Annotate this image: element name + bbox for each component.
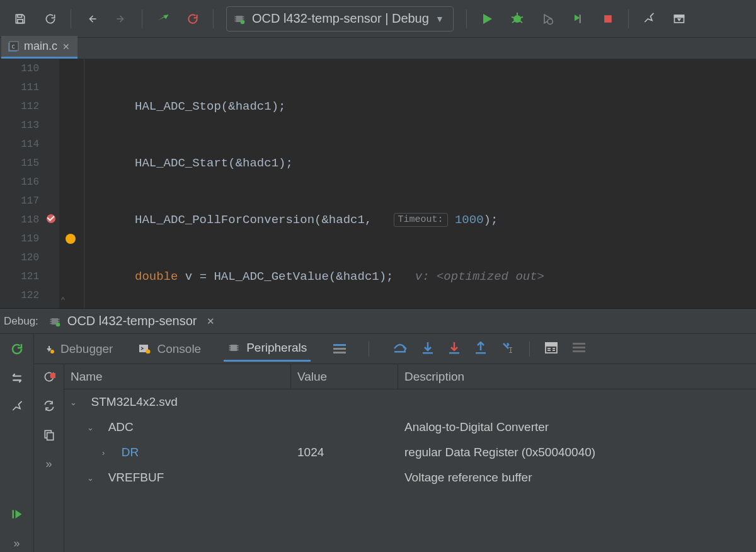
continue-button[interactable] [8,505,26,523]
nav-forward-button[interactable] [109,6,134,32]
inline-value: v: <optimized out> [415,270,544,284]
token: HAL_ADC_Start [135,156,228,170]
svg-line-15 [520,21,522,23]
table-row[interactable]: › DR 1024 regular Data Register (0x50040… [64,440,756,465]
tab-peripherals[interactable]: Peripherals [224,336,311,362]
svg-line-13 [520,17,523,18]
run-config-selector[interactable]: OCD l432-temp-sensor | Debug ▼ [226,6,454,32]
fold-gutter[interactable]: ⌃ [59,59,84,308]
debug-session-tab[interactable]: OCD l432-temp-sensor ✕ [49,314,215,328]
table-row[interactable]: ⌄ STM32L4x2.svd [64,389,756,415]
cell: 1024 [291,446,398,459]
svg-point-16 [547,19,553,24]
line-number: 122 [0,286,39,305]
toolbar-separator [142,9,142,28]
chip-icon [233,13,246,25]
evaluate-button[interactable] [545,342,558,356]
token: 1000 [455,213,484,227]
tab-debugger[interactable]: Debugger [42,337,117,361]
frames-button[interactable] [8,369,26,387]
chevron-down-icon: ▼ [435,14,444,24]
step-over-button[interactable] [393,342,407,356]
reload-cmake-button[interactable] [180,6,205,32]
svg-point-32 [55,322,60,326]
breakpoint-icon[interactable] [47,214,55,223]
line-number: 117 [0,192,39,210]
debug-button[interactable] [505,6,530,32]
close-icon[interactable]: ✕ [62,42,70,52]
settings-button[interactable] [8,398,26,416]
line-number: 115 [0,154,39,173]
step-into-button[interactable] [422,342,433,357]
col-name: Name [64,364,291,389]
debug-label: Debug: [4,315,38,328]
profile-button[interactable] [565,6,590,32]
chevron-down-icon[interactable]: ⌄ [86,473,94,483]
token: HAL_ADC_GetValue [214,270,328,284]
line-number: 110 [0,59,39,78]
token: double [135,270,178,284]
run-button[interactable] [474,6,500,32]
svg-rect-46 [333,352,346,354]
svg-text:c: c [11,43,15,50]
table-row[interactable]: ⌄ VREFBUF Voltage reference buffer [64,465,756,490]
fold-end-icon[interactable]: ⌃ [60,296,66,306]
svg-rect-45 [333,348,346,350]
layout-button[interactable] [667,6,692,32]
token: HAL_ADC_Stop [135,100,221,113]
toolbar-separator [466,9,467,28]
code-editor[interactable]: 110 111 112 113 114 115 116 117 118 119 … [0,59,756,309]
param-hint: Timeout: [394,213,448,227]
editor-tab-main-c[interactable]: c main.c ✕ [1,36,77,59]
chevron-down-icon[interactable]: ⌄ [69,398,77,407]
cell: VREFBUF [108,471,164,485]
cell: STM32L4x2.svd [91,395,178,409]
run-to-cursor-button[interactable]: I [501,342,514,357]
chevron-down-icon[interactable]: ⌄ [86,423,94,432]
svg-rect-37 [231,345,237,351]
memory-view-button[interactable] [573,343,585,355]
svg-rect-62 [47,433,53,440]
cell: Voltage reference buffer [398,471,756,485]
svg-marker-21 [678,19,680,21]
resume-button[interactable] [8,340,26,358]
more-icon[interactable]: » [45,457,52,471]
line-number: 112 [0,97,39,116]
stop-button[interactable] [595,6,621,32]
svg-text:I: I [508,346,513,354]
svg-rect-18 [604,15,612,23]
line-number: 118 [0,210,39,229]
debug-side-toolbar: » [0,334,34,552]
save-button[interactable] [8,6,33,32]
nav-back-button[interactable] [79,6,104,32]
force-step-into-button[interactable] [449,342,460,357]
coverage-button[interactable] [535,6,560,32]
build-button[interactable] [150,6,175,32]
chevron-right-icon[interactable]: › [100,448,107,457]
breakpoint-gutter[interactable] [45,59,59,308]
copy-button[interactable] [43,428,55,444]
threads-view-button[interactable] [329,339,350,359]
console-icon [139,345,151,354]
tab-console[interactable]: Console [135,337,205,361]
top-toolbar: OCD l432-temp-sensor | Debug ▼ [0,0,756,38]
line-number: 120 [0,248,39,267]
intention-bulb-icon[interactable] [66,234,76,244]
cycle-button[interactable] [43,400,55,415]
table-row[interactable]: ⌄ ADC Analog-to-Digital Converter [64,415,756,440]
settings-button[interactable] [636,6,662,32]
svg-rect-49 [449,352,459,354]
peripherals-toolbar: » [34,364,64,552]
token: hadc1 [329,213,365,227]
close-icon[interactable]: ✕ [207,316,215,327]
svg-rect-58 [573,343,585,345]
reload-button[interactable] [43,371,55,386]
peripherals-tree[interactable]: Name Value Description ⌄ STM32L4x2.svd ⌄… [64,364,756,552]
more-icon[interactable]: » [8,534,26,552]
line-number: 121 [0,267,39,286]
token: hadc1 [243,156,278,170]
step-out-button[interactable] [475,342,486,357]
refresh-button[interactable] [38,6,63,32]
code-area[interactable]: HAL_ADC_Stop(&hadc1); HAL_ADC_Start(&had… [84,59,756,308]
line-number: 111 [0,78,39,97]
